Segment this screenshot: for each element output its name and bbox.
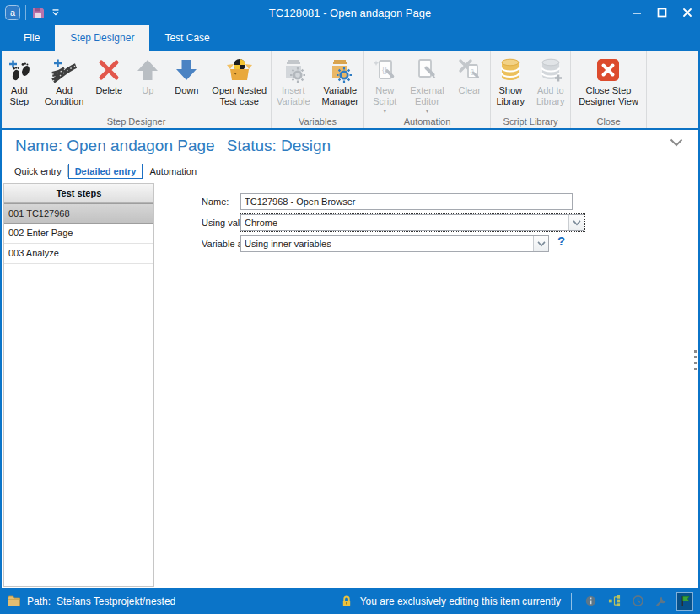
- new-script-button[interactable]: {} NewScript ▾: [365, 55, 404, 116]
- test-steps-panel: Test steps 001 TC127968 002 Enter Page 0…: [3, 183, 154, 587]
- up-button[interactable]: Up: [128, 55, 167, 98]
- lock-message: You are exclusively editing this item cu…: [360, 595, 561, 607]
- down-arrow-icon: [173, 57, 200, 83]
- external-editor-button[interactable]: ExternalEditor ▾: [404, 55, 450, 116]
- app-window: a TC128081 - Open andagon Page: [0, 0, 700, 614]
- add-to-library-button[interactable]: Add toLibrary: [530, 55, 571, 109]
- titlebar: a TC128081 - Open andagon Page: [0, 0, 700, 25]
- close-step-designer-view-button[interactable]: Close StepDesigner View: [573, 55, 644, 109]
- detailed-entry-panel: Test steps 001 TC127968 002 Enter Page 0…: [2, 180, 698, 588]
- add-condition-button[interactable]: AddCondition: [39, 55, 89, 109]
- ribbon: AddStep AddCondition: [2, 51, 698, 130]
- external-editor-dropdown-icon[interactable]: ▾: [425, 108, 428, 115]
- entry-tabs: Quick entry Detailed entry Automation: [2, 162, 698, 180]
- delete-icon: [95, 57, 122, 83]
- new-script-icon: {}: [371, 57, 398, 83]
- clear-button[interactable]: {} Clear: [450, 55, 489, 98]
- lock-icon: [340, 595, 353, 607]
- test-step-row[interactable]: 003 Analyze: [4, 244, 153, 264]
- external-editor-icon: [413, 57, 440, 83]
- name-field-label: Name:: [202, 197, 229, 207]
- ribbon-group-step-designer: AddStep AddCondition: [2, 51, 272, 128]
- quick-access-dropdown-icon[interactable]: [50, 7, 62, 19]
- group-label-script-library: Script Library: [491, 116, 570, 127]
- hierarchy-icon[interactable]: [606, 592, 622, 611]
- variable-access-help-button[interactable]: ?: [557, 234, 565, 248]
- statusbar: Path: Stefans Testprojekt/nested You are…: [0, 588, 700, 614]
- chevron-down-icon: [573, 220, 581, 226]
- value-set-dropdown-button[interactable]: [568, 215, 584, 230]
- tab-quick-entry[interactable]: Quick entry: [8, 164, 67, 178]
- variable-access-dropdown-button[interactable]: [533, 236, 548, 251]
- path-value: Stefans Testprojekt/nested: [57, 595, 175, 607]
- open-nested-testcase-icon: [226, 57, 253, 83]
- add-to-library-icon: [537, 57, 564, 83]
- save-icon[interactable]: [31, 6, 45, 19]
- collapse-header-icon[interactable]: [670, 138, 683, 147]
- statusbar-divider: [571, 593, 572, 610]
- ribbon-tabbar: File Step Designer Test Case: [0, 25, 700, 51]
- variable-manager-button[interactable]: VariableManager: [316, 55, 364, 109]
- tab-test-case[interactable]: Test Case: [149, 25, 224, 51]
- add-step-button[interactable]: AddStep: [0, 55, 39, 109]
- delete-button[interactable]: Delete: [89, 55, 128, 98]
- name-input[interactable]: [240, 193, 573, 210]
- info-icon[interactable]: [582, 592, 599, 611]
- ribbon-group-variables: InsertVariable VariableManager: [272, 51, 364, 128]
- window-title: TC128081 - Open andagon Page: [0, 7, 700, 19]
- panel-splitter-grip[interactable]: [694, 350, 697, 370]
- test-step-row[interactable]: 001 TC127968: [4, 203, 153, 224]
- document-status-text: Status: Design: [227, 137, 331, 154]
- group-label-close: Close: [571, 116, 646, 127]
- document-name-text: Name: Open andagon Page: [15, 137, 215, 154]
- tab-automation[interactable]: Automation: [143, 164, 202, 178]
- tab-step-designer[interactable]: Step Designer: [55, 25, 149, 51]
- path-label: Path:: [27, 595, 51, 607]
- svg-text:a: a: [10, 8, 16, 18]
- up-arrow-icon: [134, 57, 161, 83]
- test-steps-header: Test steps: [4, 184, 153, 203]
- document-title: Name: Open andagon PageStatus: Design: [15, 137, 342, 155]
- variable-manager-icon: [326, 57, 353, 83]
- value-set-selected-value: Chrome: [241, 215, 568, 230]
- minimize-icon: [631, 7, 643, 19]
- quick-access-toolbar: a: [0, 5, 62, 20]
- insert-variable-button[interactable]: InsertVariable: [271, 55, 316, 109]
- group-label-step-designer: Step Designer: [2, 116, 271, 127]
- group-label-automation: Automation: [364, 116, 490, 127]
- document-header: Name: Open andagon PageStatus: Design: [2, 130, 698, 162]
- tab-detailed-entry[interactable]: Detailed entry: [68, 164, 143, 179]
- open-nested-testcase-button[interactable]: Open NestedTest case: [206, 55, 272, 109]
- maximize-icon: [656, 7, 668, 19]
- new-script-dropdown-icon[interactable]: ▾: [383, 108, 386, 115]
- show-library-button[interactable]: ShowLibrary: [490, 55, 530, 109]
- minimize-button[interactable]: [624, 0, 649, 25]
- ribbon-group-automation: {} NewScript ▾ ExternalEditor ▾: [364, 51, 491, 128]
- close-icon: [681, 7, 693, 19]
- history-icon[interactable]: [629, 592, 646, 611]
- add-step-icon: [6, 57, 33, 83]
- close-step-designer-icon: [595, 57, 622, 83]
- group-label-variables: Variables: [272, 116, 363, 127]
- close-button[interactable]: [675, 0, 700, 25]
- show-library-icon: [497, 57, 524, 83]
- clear-icon: {}: [456, 57, 483, 83]
- value-set-combobox[interactable]: Chrome: [240, 214, 584, 231]
- chevron-down-icon: [537, 241, 546, 247]
- ribbon-group-close: Close StepDesigner View Close: [571, 51, 647, 128]
- titlebar-separator: [25, 5, 26, 20]
- variable-access-selected-value: Using inner variables: [241, 236, 533, 251]
- tools-icon[interactable]: [653, 592, 670, 611]
- app-icon[interactable]: a: [5, 5, 20, 20]
- folder-icon: [7, 595, 21, 607]
- window-controls: [624, 0, 700, 25]
- test-step-row[interactable]: 002 Enter Page: [4, 224, 153, 244]
- insert-variable-icon: [280, 57, 307, 83]
- maximize-button[interactable]: [649, 0, 675, 25]
- down-button[interactable]: Down: [167, 55, 206, 98]
- flag-icon[interactable]: [676, 592, 693, 611]
- tab-file[interactable]: File: [8, 25, 55, 51]
- add-condition-icon: [51, 57, 78, 83]
- ribbon-group-script-library: ShowLibrary Add toLibrary Script Library: [491, 51, 571, 128]
- variable-access-combobox[interactable]: Using inner variables: [240, 235, 549, 252]
